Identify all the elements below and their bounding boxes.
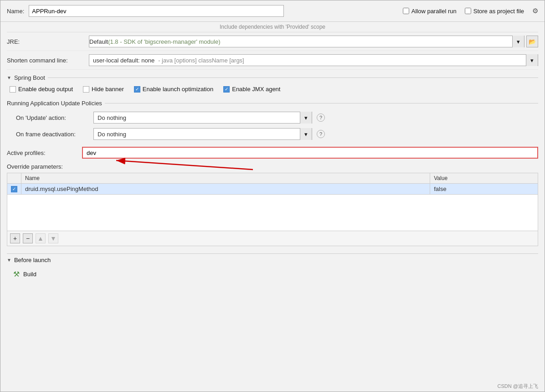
- shorten-dropdown-btn[interactable]: ▾: [526, 54, 538, 66]
- enable-launch-checkbox[interactable]: ✓: [134, 86, 140, 93]
- row-checkbox[interactable]: ✓: [11, 186, 17, 192]
- run-config-dialog: Name: Allow parallel run Store as projec…: [0, 0, 545, 392]
- table-header-value: Value: [430, 173, 538, 184]
- jre-detail-text: (1.8 - SDK of 'bigscreen-manager' module…: [108, 38, 220, 45]
- remove-param-btn[interactable]: −: [23, 233, 33, 243]
- before-launch-triangle-icon[interactable]: ▼: [7, 258, 11, 263]
- spring-boot-section-header: ▼ Spring Boot: [7, 70, 538, 84]
- gear-icon[interactable]: ⚙: [532, 7, 538, 15]
- override-params-label: Override parameters:: [7, 161, 538, 173]
- jre-default-text: Default: [89, 38, 108, 45]
- jre-value-wrapper: Default (1.8 - SDK of 'bigscreen-manager…: [89, 36, 538, 47]
- spring-boot-checkboxes: Enable debug output Hide banner ✓ Enable…: [7, 84, 538, 96]
- active-profiles-label: Active profiles:: [7, 150, 77, 156]
- header-bar: Name: Allow parallel run Store as projec…: [0, 0, 545, 22]
- policies-title: Running Application Update Policies: [7, 100, 102, 107]
- store-project-text: Store as project file: [473, 8, 524, 15]
- frame-deactivation-help-icon[interactable]: ?: [317, 130, 325, 138]
- hide-banner-checkbox[interactable]: [83, 86, 89, 93]
- hide-banner-text: Hide banner: [92, 86, 124, 93]
- update-action-help-text: ?: [319, 115, 322, 120]
- shorten-arrow-icon: ▾: [530, 57, 534, 64]
- enable-jmx-text: Enable JMX agent: [232, 86, 280, 93]
- enable-debug-checkbox[interactable]: [10, 86, 16, 93]
- frame-deactivation-label: On frame deactivation:: [16, 131, 89, 138]
- active-profiles-input[interactable]: [82, 147, 538, 159]
- enable-launch-check-icon: ✓: [135, 87, 139, 92]
- before-launch-items: ⚒ Build: [7, 266, 538, 282]
- shorten-row: Shorten command line: user-local default…: [7, 51, 538, 70]
- add-param-btn[interactable]: +: [10, 233, 20, 243]
- spring-boot-triangle-icon[interactable]: ▼: [7, 75, 11, 80]
- partial-top-text: Include dependencies with 'Provided' sco…: [220, 24, 325, 30]
- shorten-value-wrapper: user-local default: none - java [options…: [89, 54, 538, 66]
- active-profiles-row: Active profiles:: [7, 142, 538, 161]
- jre-folder-btn[interactable]: 📂: [526, 36, 538, 47]
- store-project-label[interactable]: Store as project file: [465, 8, 524, 15]
- update-action-row: On 'Update' action: Do nothing ▾ ?: [16, 109, 538, 126]
- move-up-param-btn[interactable]: ▲: [36, 233, 46, 243]
- enable-launch-label[interactable]: ✓ Enable launch optimization: [134, 86, 213, 93]
- table-row[interactable]: ✓druid.mysql.usePingMethodfalse: [7, 184, 538, 195]
- enable-launch-text: Enable launch optimization: [143, 86, 213, 93]
- jre-dropdown-btn[interactable]: ▾: [512, 36, 524, 47]
- frame-deactivation-arrow-icon: ▾: [304, 131, 308, 138]
- name-input[interactable]: [29, 5, 284, 17]
- allow-parallel-checkbox[interactable]: [403, 8, 409, 14]
- before-launch-header: ▼ Before launch: [7, 253, 538, 266]
- update-action-arrow-icon: ▾: [304, 114, 308, 121]
- footer-bar: CSDN @追寻上飞: [491, 381, 545, 392]
- table-row-name: druid.mysql.usePingMethod: [21, 184, 430, 195]
- spring-boot-title: Spring Boot: [14, 74, 45, 81]
- jre-row: JRE: Default (1.8 - SDK of 'bigscreen-ma…: [7, 32, 538, 51]
- table-row-checkbox-col: ✓: [7, 184, 21, 195]
- jre-folder-icon: 📂: [529, 38, 536, 45]
- content-area: Include dependencies with 'Provided' sco…: [0, 22, 545, 282]
- update-action-help-icon[interactable]: ?: [317, 113, 325, 122]
- table-header-name: Name: [21, 173, 430, 184]
- hide-banner-label[interactable]: Hide banner: [83, 86, 124, 93]
- update-action-dropdown-btn[interactable]: ▾: [300, 112, 312, 124]
- shorten-label: Shorten command line:: [7, 57, 89, 64]
- override-params-section: Override parameters: Name Value ✓druid.m…: [7, 161, 538, 246]
- store-project-checkbox[interactable]: [465, 8, 471, 14]
- enable-jmx-label[interactable]: ✓ Enable JMX agent: [223, 86, 280, 93]
- spring-boot-section-line: [48, 77, 538, 78]
- shorten-detail-text: - java [options] className [args]: [158, 57, 244, 64]
- before-launch-title: Before launch: [14, 257, 51, 263]
- frame-deactivation-help-text: ?: [319, 131, 322, 137]
- update-action-select-wrapper[interactable]: Do nothing ▾: [93, 112, 312, 124]
- move-down-param-btn[interactable]: ▼: [48, 233, 58, 243]
- allow-parallel-label[interactable]: Allow parallel run: [403, 8, 457, 15]
- jre-arrow-icon: ▾: [517, 38, 520, 45]
- footer-text: CSDN @追寻上飞: [498, 383, 538, 389]
- enable-debug-text: Enable debug output: [18, 86, 73, 93]
- before-launch-build-item[interactable]: ⚒ Build: [13, 268, 538, 280]
- build-icon: ⚒: [13, 270, 20, 279]
- jre-select-wrapper[interactable]: Default (1.8 - SDK of 'bigscreen-manager…: [89, 36, 524, 47]
- enable-debug-label[interactable]: Enable debug output: [10, 86, 73, 93]
- table-toolbar: + − ▲ ▼: [7, 231, 538, 246]
- shorten-select-wrapper[interactable]: user-local default: none - java [options…: [89, 54, 538, 66]
- shorten-value-text: user-local default: none: [89, 57, 158, 64]
- header-options: Allow parallel run Store as project file…: [403, 7, 538, 15]
- before-launch-section: ▼ Before launch ⚒ Build: [7, 253, 538, 282]
- frame-deactivation-value: Do nothing: [94, 131, 130, 138]
- update-action-value: Do nothing: [94, 114, 130, 121]
- partial-top-row: Include dependencies with 'Provided' sco…: [7, 22, 538, 32]
- frame-deactivation-select-wrapper[interactable]: Do nothing ▾: [93, 128, 312, 140]
- name-label: Name:: [7, 8, 24, 15]
- frame-deactivation-dropdown-btn[interactable]: ▾: [300, 128, 312, 140]
- policy-rows: On 'Update' action: Do nothing ▾ ? On fr…: [7, 109, 538, 142]
- table-row-value: false: [430, 184, 538, 195]
- frame-deactivation-row: On frame deactivation: Do nothing ▾ ?: [16, 126, 538, 142]
- build-item-label: Build: [23, 271, 36, 278]
- table-header-checkbox-col: [7, 173, 21, 184]
- enable-jmx-checkbox[interactable]: ✓: [223, 86, 230, 93]
- enable-jmx-check-icon: ✓: [225, 87, 228, 92]
- override-params-table: Name Value ✓druid.mysql.usePingMethodfal…: [7, 173, 538, 195]
- update-action-label: On 'Update' action:: [16, 114, 89, 121]
- policies-section-header: Running Application Update Policies: [7, 96, 538, 109]
- jre-label: JRE:: [7, 38, 89, 45]
- table-empty-area: [7, 195, 538, 231]
